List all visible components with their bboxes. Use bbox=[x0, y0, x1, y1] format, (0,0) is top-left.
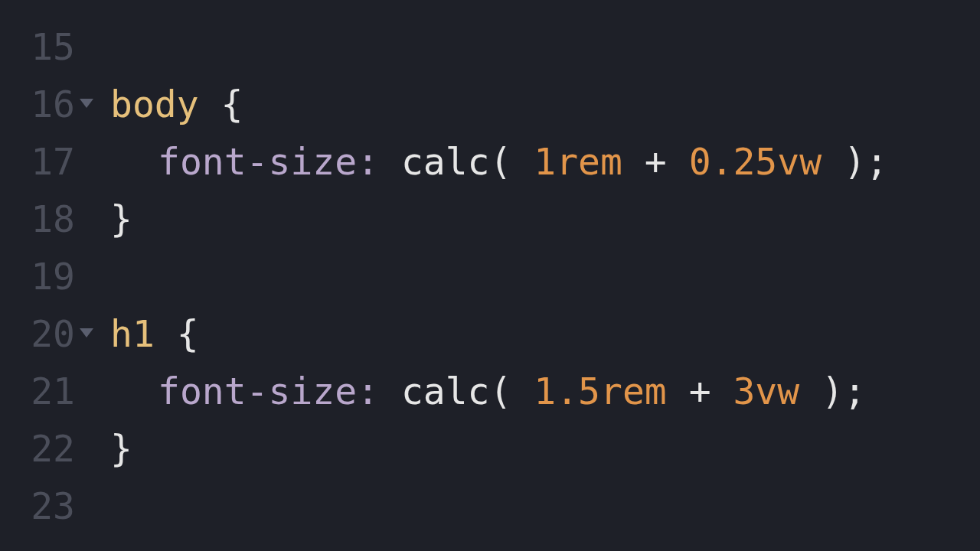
line-number-gutter: 151617181920212223 bbox=[0, 18, 100, 551]
token-space bbox=[379, 370, 401, 412]
token-paren: ) bbox=[822, 370, 844, 412]
token-unit: rem bbox=[600, 370, 667, 412]
token-unit: rem bbox=[556, 140, 622, 183]
token-space bbox=[799, 370, 822, 412]
code-line[interactable]: h1 { bbox=[110, 305, 980, 363]
token-property: font-size bbox=[158, 140, 357, 183]
code-line[interactable]: body { bbox=[110, 76, 980, 133]
fold-toggle-icon[interactable] bbox=[80, 99, 93, 108]
token-space bbox=[822, 140, 844, 183]
line-number: 19 bbox=[31, 248, 93, 305]
token-number: 1.5 bbox=[534, 370, 600, 412]
token-space bbox=[667, 370, 689, 412]
token-brace: } bbox=[110, 197, 132, 240]
token-property: font-size bbox=[158, 370, 357, 412]
token-op: + bbox=[689, 370, 711, 412]
token-space bbox=[511, 370, 534, 412]
line-number-text: 18 bbox=[31, 191, 75, 248]
token-func: calc bbox=[401, 370, 490, 412]
token-selector: body bbox=[110, 83, 199, 126]
code-editor[interactable]: 151617181920212223 body {font-size: calc… bbox=[0, 0, 980, 551]
line-number-text: 15 bbox=[31, 18, 75, 76]
line-number: 23 bbox=[31, 478, 93, 535]
token-colon: : bbox=[357, 370, 379, 412]
token-space bbox=[667, 140, 689, 183]
token-unit: vw bbox=[777, 140, 822, 183]
code-line[interactable] bbox=[110, 248, 980, 305]
token-paren: ( bbox=[490, 140, 512, 183]
code-line[interactable]: font-size: calc( 1.5rem + 3vw ); bbox=[110, 363, 980, 420]
token-space bbox=[155, 312, 177, 355]
code-line[interactable]: } bbox=[110, 191, 980, 248]
token-paren: ) bbox=[844, 140, 866, 183]
token-unit: vw bbox=[755, 370, 799, 412]
token-space bbox=[511, 140, 534, 183]
token-number: 3 bbox=[733, 370, 755, 412]
code-line[interactable]: } bbox=[110, 420, 980, 478]
token-op: + bbox=[645, 140, 667, 183]
token-brace: { bbox=[221, 83, 243, 126]
token-number: 0.25 bbox=[689, 140, 778, 183]
code-line[interactable] bbox=[110, 478, 980, 535]
line-number-text: 17 bbox=[31, 133, 75, 191]
token-semi: ; bbox=[866, 140, 888, 183]
line-number: 17 bbox=[31, 133, 93, 191]
code-area[interactable]: body {font-size: calc( 1rem + 0.25vw );}… bbox=[100, 18, 980, 551]
token-number: 1 bbox=[534, 140, 556, 183]
line-number: 18 bbox=[31, 191, 93, 248]
line-number-text: 20 bbox=[31, 305, 75, 363]
line-number: 21 bbox=[31, 363, 93, 420]
token-space bbox=[199, 83, 221, 126]
token-brace: } bbox=[110, 427, 132, 470]
token-paren: ( bbox=[490, 370, 512, 412]
token-space bbox=[379, 140, 401, 183]
token-brace: { bbox=[177, 312, 199, 355]
line-number-text: 21 bbox=[31, 363, 75, 420]
line-number-text: 16 bbox=[31, 76, 75, 133]
fold-toggle-icon[interactable] bbox=[80, 328, 93, 337]
token-space bbox=[711, 370, 733, 412]
token-semi: ; bbox=[844, 370, 866, 412]
line-number: 16 bbox=[31, 76, 93, 133]
line-number: 15 bbox=[31, 18, 93, 76]
line-number-text: 23 bbox=[31, 478, 75, 535]
line-number-text: 19 bbox=[31, 248, 75, 305]
token-selector: h1 bbox=[110, 312, 155, 355]
token-colon: : bbox=[357, 140, 379, 183]
code-line[interactable] bbox=[110, 18, 980, 76]
token-func: calc bbox=[401, 140, 490, 183]
code-line[interactable]: font-size: calc( 1rem + 0.25vw ); bbox=[110, 133, 980, 191]
line-number: 22 bbox=[31, 420, 93, 478]
token-space bbox=[622, 140, 645, 183]
line-number-text: 22 bbox=[31, 420, 75, 478]
line-number: 20 bbox=[31, 305, 93, 363]
